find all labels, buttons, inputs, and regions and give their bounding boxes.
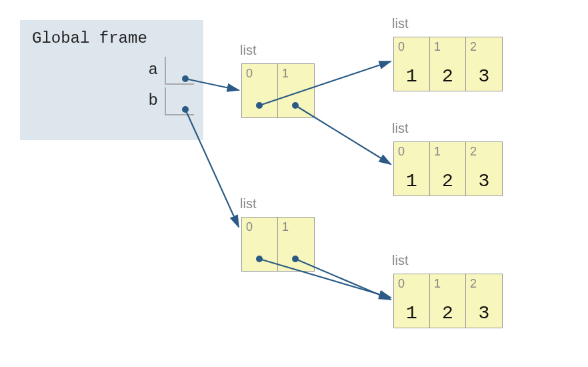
list-outer1-cell-0: 0 (242, 64, 278, 117)
list-outer2: 0 1 (241, 217, 315, 272)
var-name-b: b (149, 87, 165, 114)
cell-value: 1 (394, 303, 429, 324)
list-inner1-cell-0: 01 (394, 37, 430, 91)
list-label-inner2: list (392, 121, 408, 136)
list-label-outer1: list (240, 43, 256, 58)
cell-value: 3 (466, 171, 502, 192)
list-inner2-cell-2: 23 (466, 142, 502, 196)
cell-value: 1 (394, 66, 429, 87)
cell-index: 2 (470, 277, 477, 291)
list-inner2-cell-0: 01 (394, 142, 430, 196)
cell-value: 2 (430, 171, 465, 192)
list-inner3: 01 12 23 (393, 274, 503, 328)
var-row-a: a (29, 57, 194, 83)
list-inner3-cell-1: 12 (430, 274, 466, 328)
cell-index: 2 (470, 40, 477, 54)
cell-index: 0 (246, 67, 253, 81)
list-outer1: 0 1 (241, 63, 315, 118)
list-inner1-cell-1: 12 (430, 37, 466, 91)
list-inner1: 01 12 23 (393, 37, 503, 91)
list-label-outer2: list (240, 196, 256, 212)
list-inner1-cell-2: 23 (466, 37, 502, 91)
list-inner2-cell-1: 12 (430, 142, 466, 196)
cell-index: 1 (282, 67, 289, 81)
frame-title: Global frame (32, 29, 194, 47)
var-name-a: a (149, 57, 165, 83)
cell-index: 1 (434, 277, 441, 291)
list-inner2: 01 12 23 (393, 141, 503, 196)
list-label-inner3: list (392, 253, 408, 268)
cell-index: 1 (282, 220, 289, 234)
cell-index: 0 (398, 145, 405, 159)
cell-index: 0 (398, 40, 405, 54)
cell-index: 1 (434, 40, 441, 54)
list-outer2-cell-1: 1 (278, 218, 314, 271)
list-inner3-cell-2: 23 (466, 274, 502, 328)
cell-value: 3 (466, 303, 502, 324)
cell-value: 2 (430, 66, 465, 87)
cell-index: 2 (470, 145, 477, 159)
list-outer2-cell-0: 0 (242, 218, 278, 271)
cell-value: 1 (394, 171, 429, 192)
cell-index: 0 (246, 220, 253, 234)
var-row-b: b (29, 87, 194, 114)
global-frame: Global frame a b (20, 20, 203, 140)
var-slot-a (165, 57, 194, 85)
cell-index: 0 (398, 277, 405, 291)
var-slot-b (165, 87, 194, 115)
list-inner3-cell-0: 01 (394, 274, 430, 328)
cell-value: 3 (466, 66, 502, 87)
list-outer1-cell-1: 1 (278, 64, 314, 117)
cell-index: 1 (434, 145, 441, 159)
cell-value: 2 (430, 303, 465, 324)
list-label-inner1: list (392, 16, 408, 31)
